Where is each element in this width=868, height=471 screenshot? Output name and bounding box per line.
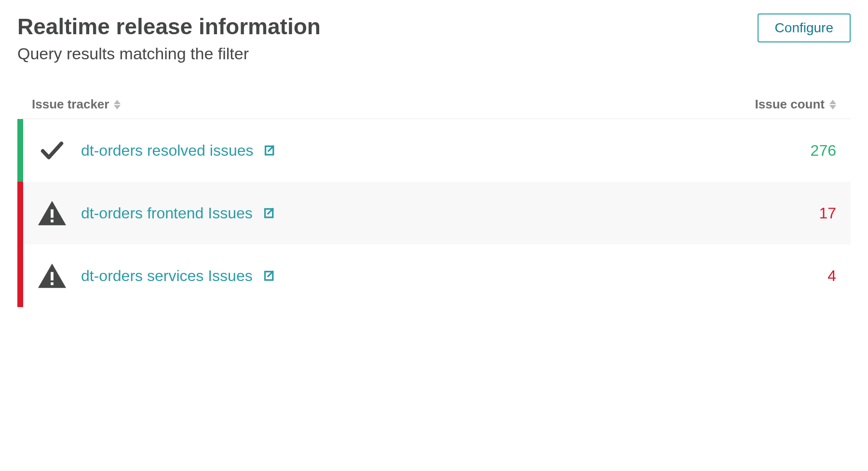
svg-rect-9: [51, 283, 54, 285]
column-header-tracker[interactable]: Issue tracker: [32, 97, 121, 112]
external-link-icon[interactable]: [261, 206, 276, 220]
issue-count: 276: [811, 142, 836, 160]
panel-header: Realtime release information Query resul…: [17, 13, 851, 63]
table-row[interactable]: dt-orders resolved issues 276: [17, 119, 851, 182]
page-subtitle: Query results matching the filter: [17, 44, 321, 63]
svg-marker-1: [114, 105, 121, 109]
tracker-link[interactable]: dt-orders services Issues: [81, 267, 253, 285]
sort-icon: [829, 100, 836, 109]
check-icon: [23, 136, 81, 164]
column-label: Issue tracker: [32, 97, 109, 112]
svg-rect-6: [51, 220, 54, 223]
sort-icon: [114, 100, 121, 109]
svg-rect-8: [51, 272, 54, 280]
column-header-count[interactable]: Issue count: [755, 97, 836, 112]
alert-icon: [23, 262, 81, 289]
tracker-link[interactable]: dt-orders resolved issues: [81, 142, 253, 160]
external-link-icon[interactable]: [262, 143, 276, 158]
table-row[interactable]: dt-orders services Issues 4: [17, 244, 851, 307]
svg-marker-2: [829, 100, 836, 104]
status-bar: [17, 244, 23, 307]
column-label: Issue count: [755, 97, 825, 112]
svg-marker-3: [829, 105, 836, 109]
status-bar: [17, 119, 23, 182]
alert-icon: [23, 200, 81, 227]
table-row[interactable]: dt-orders frontend Issues 17: [17, 182, 851, 244]
svg-marker-0: [114, 100, 121, 104]
tracker-link[interactable]: dt-orders frontend Issues: [81, 204, 253, 222]
svg-rect-5: [51, 209, 54, 217]
issue-count: 17: [819, 204, 836, 222]
issue-count: 4: [827, 267, 836, 285]
table-header: Issue tracker Issue count: [17, 97, 851, 119]
status-bar: [17, 182, 23, 244]
issues-table: Issue tracker Issue count dt-orders reso…: [17, 97, 851, 307]
external-link-icon[interactable]: [261, 269, 276, 283]
configure-button[interactable]: Configure: [758, 13, 851, 42]
page-title: Realtime release information: [17, 13, 321, 40]
